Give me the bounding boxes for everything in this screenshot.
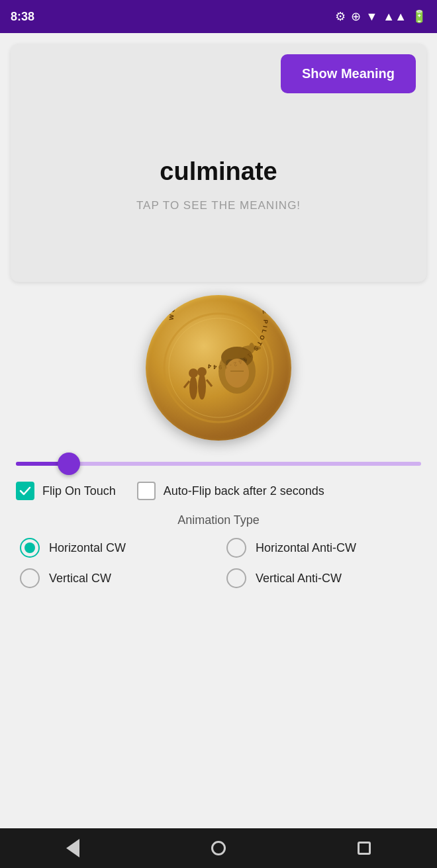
nav-bar [0,828,437,868]
settings-icon: ⚙ [335,9,346,24]
svg-point-13 [225,359,249,388]
checkmark-icon [19,485,31,497]
recents-button[interactable] [344,828,384,868]
radio-vertical-acw-label: Vertical Anti-CW [256,572,342,586]
radio-horizontal-acw-button[interactable] [226,538,246,558]
status-bar: 8:38 ⚙ ⊕ ▼ ▲▲ 🔋 [0,0,437,33]
coin-image: WOMEN'S AIRFORCE SERVICE PILOTS 1942-194… [146,295,291,441]
back-button[interactable] [53,828,93,868]
signal-icon: ⊕ [351,9,361,24]
radio-vertical-cw-button[interactable] [20,568,40,588]
slider-thumb[interactable] [58,453,80,475]
radio-horizontal-cw-fill [24,542,35,553]
speed-slider-container [11,446,426,471]
svg-point-6 [197,367,207,376]
svg-point-5 [198,373,206,400]
svg-line-8 [207,380,212,386]
show-meaning-button[interactable]: Show Meaning [281,54,416,93]
status-icons: ⚙ ⊕ ▼ ▲▲ 🔋 [335,9,426,24]
radio-horizontal-cw-button[interactable] [20,538,40,558]
svg-point-16 [249,343,254,353]
home-button[interactable] [199,828,238,868]
svg-line-7 [184,381,189,388]
auto-flip-label: Auto-Flip back after 2 seconds [164,484,324,498]
tap-hint: TAP TO SEE THE MEANING! [136,199,301,212]
flip-on-touch-option[interactable]: Flip On Touch [16,482,116,500]
home-icon [211,841,226,855]
coin-section: WOMEN'S AIRFORCE SERVICE PILOTS 1942-194… [11,295,426,441]
recents-icon [358,842,371,855]
signal-bars-icon: ▲▲ [383,10,407,24]
slider-track [16,462,421,466]
options-row: Flip On Touch Auto-Flip back after 2 sec… [11,471,426,505]
radio-horizontal-acw-label: Horizontal Anti-CW [256,541,356,555]
radio-horizontal-cw[interactable]: Horizontal CW [20,538,211,558]
status-time: 8:38 [11,10,34,24]
radio-vertical-cw-label: Vertical CW [49,572,111,586]
auto-flip-checkbox[interactable] [137,482,156,500]
svg-point-4 [189,369,198,378]
main-content: Show Meaning culminate TAP TO SEE THE ME… [0,33,437,828]
wifi-icon: ▼ [366,10,378,24]
radio-horizontal-cw-label: Horizontal CW [49,541,126,555]
flashcard[interactable]: Show Meaning culminate TAP TO SEE THE ME… [11,44,426,282]
flip-on-touch-label: Flip On Touch [42,484,116,498]
coin-svg: WOMEN'S AIRFORCE SERVICE PILOTS 1942-194… [159,308,278,427]
animation-type-title: Animation Type [177,513,260,527]
radio-vertical-cw[interactable]: Vertical CW [20,568,211,588]
battery-icon: 🔋 [412,9,426,24]
word-display-area: culminate TAP TO SEE THE MEANING! [21,99,416,271]
animation-radio-grid: Horizontal CW Horizontal Anti-CW Vertica… [20,538,417,588]
svg-point-3 [189,376,197,400]
animation-type-section: Animation Type Horizontal CW Horizontal … [11,505,426,596]
auto-flip-option[interactable]: Auto-Flip back after 2 seconds [137,482,324,500]
radio-horizontal-acw[interactable]: Horizontal Anti-CW [226,538,417,558]
radio-vertical-acw[interactable]: Vertical Anti-CW [226,568,417,588]
radio-vertical-acw-button[interactable] [226,568,246,588]
flip-on-touch-checkbox[interactable] [16,482,34,500]
svg-text:WOMEN'S AIRFORCE SERVICE PILOT: WOMEN'S AIRFORCE SERVICE PILOTS 1942-194… [168,308,269,370]
back-icon [66,839,79,857]
word-text: culminate [160,157,277,186]
